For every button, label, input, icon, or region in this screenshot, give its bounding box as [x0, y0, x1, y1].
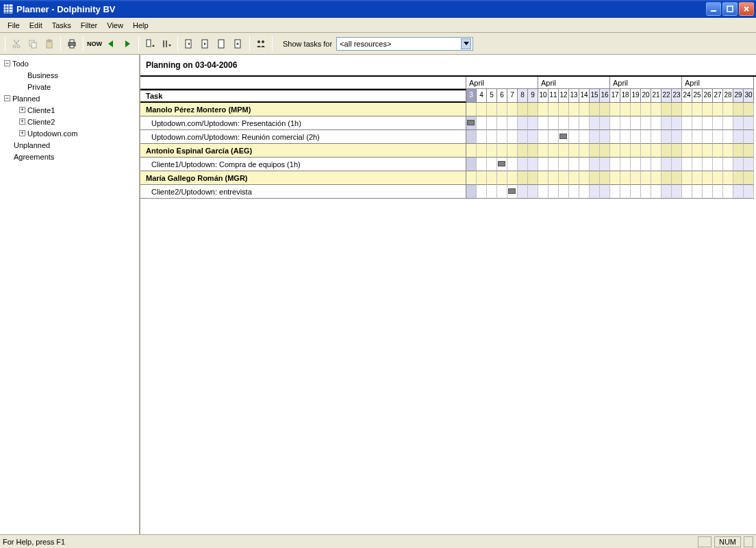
grid-cell[interactable]: [723, 116, 733, 130]
grid-cell[interactable]: [549, 144, 559, 158]
grid-cell[interactable]: [497, 116, 507, 130]
grid-cell[interactable]: [713, 103, 723, 116]
grid-cell[interactable]: [620, 171, 631, 185]
day-header-cell[interactable]: 8: [518, 89, 528, 103]
grid-cell[interactable]: [641, 158, 651, 171]
resource-select[interactable]: <all resources>: [336, 37, 473, 51]
day-header-cell[interactable]: 10: [538, 89, 549, 103]
grid-cell[interactable]: [466, 130, 477, 144]
tree-node-planned[interactable]: − Planned: [0, 92, 139, 104]
expand-icon[interactable]: +: [19, 119, 25, 125]
grid-cell[interactable]: [579, 171, 590, 185]
grid-cell[interactable]: [559, 158, 569, 171]
grid-cell[interactable]: [713, 158, 723, 171]
grid-cell[interactable]: [672, 144, 682, 158]
task-row[interactable]: Uptodown.com/Uptodown: Presentación (1h): [140, 116, 756, 130]
grid-cell[interactable]: [651, 158, 662, 171]
grid-cell[interactable]: [662, 116, 672, 130]
grid-cell[interactable]: [528, 185, 538, 199]
copy-icon[interactable]: [25, 36, 40, 51]
grid-cell[interactable]: [682, 116, 692, 130]
tree-node-todo[interactable]: − Todo: [0, 58, 139, 69]
grid-cell[interactable]: [723, 185, 733, 199]
grid-cell[interactable]: [610, 158, 620, 171]
grid-cell[interactable]: [744, 158, 754, 171]
grid-cell[interactable]: [641, 116, 651, 130]
grid-cell[interactable]: [507, 185, 518, 199]
grid-cell[interactable]: [579, 158, 590, 171]
grid-cell[interactable]: [723, 130, 733, 144]
grid-cell[interactable]: [682, 130, 692, 144]
day-header-cell[interactable]: 25: [692, 89, 703, 103]
day-header-cell[interactable]: 28: [723, 89, 733, 103]
day-header-cell[interactable]: 3: [466, 89, 477, 103]
grid-cell[interactable]: [703, 130, 713, 144]
grid-cell[interactable]: [733, 158, 744, 171]
resource-row[interactable]: Manolo Pérez Montero (MPM): [140, 103, 756, 116]
grid-cell[interactable]: [713, 130, 723, 144]
grid-cell[interactable]: [559, 130, 569, 144]
grid-cell[interactable]: [590, 130, 600, 144]
grid-cell[interactable]: [487, 185, 497, 199]
grid-cell[interactable]: [507, 158, 518, 171]
grid-cell[interactable]: [528, 130, 538, 144]
grid-cell[interactable]: [507, 103, 518, 116]
task-row[interactable]: Cliente2/Uptodown: entrevista: [140, 185, 756, 199]
grid-cell[interactable]: [733, 185, 744, 199]
grid-cell[interactable]: [487, 116, 497, 130]
grid-cell[interactable]: [662, 185, 672, 199]
day-header-cell[interactable]: 26: [703, 89, 713, 103]
tree-node-uptodown[interactable]: +Uptodown.com: [0, 127, 139, 139]
grid-cell[interactable]: [620, 144, 631, 158]
grid-cell[interactable]: [507, 116, 518, 130]
grid-cell[interactable]: [518, 171, 528, 185]
grid-cell[interactable]: [703, 116, 713, 130]
grid-cell[interactable]: [733, 171, 744, 185]
grid-cell[interactable]: [744, 171, 754, 185]
grid-cell[interactable]: [487, 103, 497, 116]
grid-cell[interactable]: [651, 103, 662, 116]
collapse-icon[interactable]: −: [4, 95, 10, 101]
task-bar[interactable]: [467, 120, 475, 125]
grid-cell[interactable]: [682, 171, 692, 185]
grid-cell[interactable]: [692, 158, 703, 171]
people-icon[interactable]: [253, 36, 268, 51]
grid-cell[interactable]: [631, 144, 641, 158]
grid-cell[interactable]: [703, 185, 713, 199]
day-header-cell[interactable]: 17: [610, 89, 620, 103]
grid-cell[interactable]: [672, 185, 682, 199]
tree-node-cliente2[interactable]: +Cliente2: [0, 116, 139, 127]
tree-node-private[interactable]: Private: [0, 81, 139, 92]
grid-cell[interactable]: [620, 103, 631, 116]
grid-cell[interactable]: [610, 144, 620, 158]
grid-cell[interactable]: [466, 158, 477, 171]
grid-cell[interactable]: [518, 103, 528, 116]
next-arrow-icon[interactable]: [120, 36, 135, 51]
grid-cell[interactable]: [569, 103, 579, 116]
day-header-cell[interactable]: 12: [559, 89, 569, 103]
grid-cell[interactable]: [569, 185, 579, 199]
maximize-button[interactable]: [722, 2, 738, 16]
day-header-cell[interactable]: 4: [477, 89, 487, 103]
grid-cell[interactable]: [590, 171, 600, 185]
menu-help[interactable]: Help: [128, 20, 153, 31]
grid-cell[interactable]: [703, 171, 713, 185]
grid-cell[interactable]: [682, 144, 692, 158]
grid-cell[interactable]: [559, 116, 569, 130]
day-header-cell[interactable]: 14: [579, 89, 590, 103]
grid-cell[interactable]: [641, 171, 651, 185]
grid-cell[interactable]: [662, 158, 672, 171]
grid-cell[interactable]: [538, 185, 549, 199]
grid-cell[interactable]: [528, 144, 538, 158]
day-header-cell[interactable]: 15: [590, 89, 600, 103]
day-header-cell[interactable]: 21: [651, 89, 662, 103]
expand-icon[interactable]: +: [19, 107, 25, 113]
grid-cell[interactable]: [692, 185, 703, 199]
grid-cell[interactable]: [733, 116, 744, 130]
grid-cell[interactable]: [682, 103, 692, 116]
day-header-cell[interactable]: 6: [497, 89, 507, 103]
menu-tasks[interactable]: Tasks: [47, 20, 76, 31]
now-button[interactable]: NOW: [87, 36, 102, 51]
menu-view[interactable]: View: [102, 20, 128, 31]
grid-cell[interactable]: [518, 144, 528, 158]
